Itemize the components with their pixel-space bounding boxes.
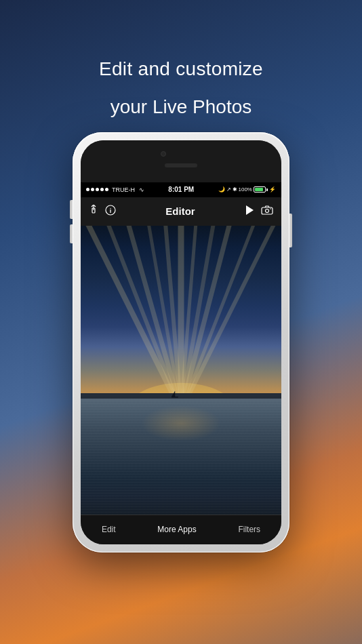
status-bar: TRUE-H ∿ 8:01 PM 🌙 ↗ ✱ 100% ⚡ xyxy=(81,182,281,197)
camera-icon[interactable] xyxy=(261,205,273,218)
app-nav-bar: i Editor xyxy=(81,197,281,226)
phone-shell: TRUE-H ∿ 8:01 PM 🌙 ↗ ✱ 100% ⚡ xyxy=(73,132,289,552)
svg-marker-20 xyxy=(172,391,175,397)
battery-indicator xyxy=(254,186,268,193)
volume-up-button[interactable] xyxy=(70,200,73,219)
wifi-icon: ∿ xyxy=(139,186,144,193)
edit-tab[interactable]: Edit xyxy=(91,522,127,537)
signal-indicator xyxy=(86,188,108,191)
moon-icon: 🌙 xyxy=(218,186,225,193)
svg-marker-4 xyxy=(246,205,254,215)
status-right: 🌙 ↗ ✱ 100% ⚡ xyxy=(218,186,276,193)
svg-line-10 xyxy=(108,226,181,411)
battery-body xyxy=(254,186,266,193)
sunset-photo xyxy=(81,226,281,515)
speaker xyxy=(165,163,197,167)
signal-dot-2 xyxy=(91,188,94,191)
play-icon[interactable] xyxy=(245,205,254,218)
bluetooth-icon: ✱ xyxy=(233,186,237,193)
header-text: Edit and customize your Live Photos xyxy=(99,30,263,120)
status-time: 8:01 PM xyxy=(168,186,194,193)
signal-dot-3 xyxy=(96,188,99,191)
water-highlight xyxy=(141,405,221,442)
power-button[interactable] xyxy=(289,214,292,247)
header-section: Edit and customize your Live Photos xyxy=(0,0,362,552)
svg-point-7 xyxy=(270,208,271,209)
front-camera xyxy=(161,151,166,157)
volume-down-button[interactable] xyxy=(70,224,73,243)
info-icon[interactable]: i xyxy=(105,205,116,218)
phone-top-bar xyxy=(81,140,281,182)
signal-dot-4 xyxy=(100,188,104,191)
volume-buttons xyxy=(70,200,73,243)
battery-tip xyxy=(266,188,268,191)
sailboat-icon xyxy=(171,390,179,399)
nav-right-icons xyxy=(245,205,273,218)
battery-percent: 100% xyxy=(239,186,252,193)
water-layer xyxy=(81,393,281,515)
filters-tab[interactable]: Filters xyxy=(227,522,271,537)
svg-rect-22 xyxy=(172,397,178,398)
battery-fill xyxy=(255,188,263,191)
signal-dot-5 xyxy=(105,188,108,191)
horizon-silhouette xyxy=(81,393,281,399)
phone-inner: TRUE-H ∿ 8:01 PM 🌙 ↗ ✱ 100% ⚡ xyxy=(81,140,281,544)
sun-rays xyxy=(81,226,281,411)
status-left: TRUE-H ∿ xyxy=(86,186,144,193)
location-icon: ↗ xyxy=(226,186,231,193)
signal-dot-1 xyxy=(86,188,89,191)
header-line2: your Live Photos xyxy=(99,95,263,119)
svg-text:i: i xyxy=(110,207,112,214)
carrier-label: TRUE-H xyxy=(112,186,135,193)
nav-title: Editor xyxy=(116,205,245,217)
photo-area xyxy=(81,226,281,515)
svg-point-6 xyxy=(266,209,269,212)
more-apps-tab[interactable]: More Apps xyxy=(146,522,207,537)
app-bottom-tabs: Edit More Apps Filters xyxy=(81,515,281,544)
share-icon[interactable] xyxy=(89,205,98,218)
nav-left-icons: i xyxy=(89,205,116,218)
header-line1: Edit and customize xyxy=(99,57,263,81)
charging-icon: ⚡ xyxy=(269,186,276,193)
